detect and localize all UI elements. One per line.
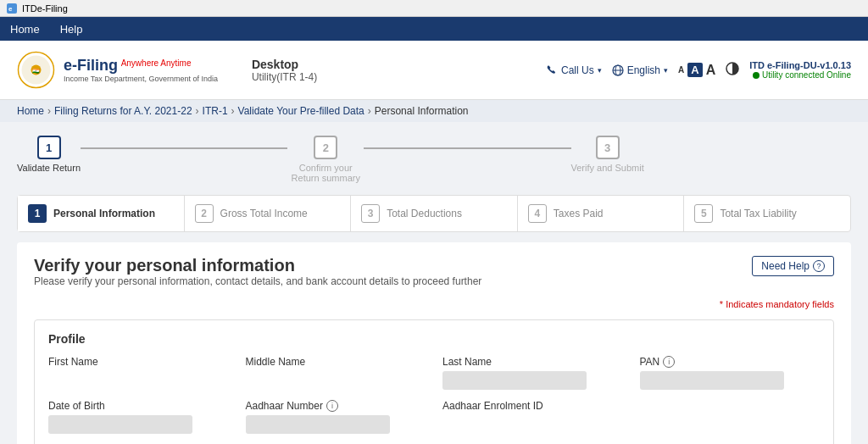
pan-label: PAN i [640, 356, 821, 368]
menu-home[interactable]: Home [7, 21, 43, 37]
first-name-field: First Name [48, 356, 229, 390]
need-help-button[interactable]: Need Help ? [752, 256, 834, 276]
breadcrumb-validate[interactable]: Validate Your Pre-filled Data [238, 105, 364, 117]
inner-step-label-1: Personal Information [53, 208, 155, 219]
inner-step-num-2: 2 [195, 204, 214, 223]
utility-title: Desktop [252, 58, 317, 71]
contrast-icon [726, 62, 739, 75]
last-name-field: Last Name [442, 356, 623, 390]
language-button[interactable]: English ▾ [612, 64, 668, 76]
inner-step-3[interactable]: 3 Total Deductions [351, 196, 518, 231]
logo-brand: e-Filing Anywhere Anytime [64, 57, 218, 75]
dob-value [48, 415, 192, 434]
outer-step-line-1 [81, 147, 287, 149]
aadhaar-value [246, 415, 390, 434]
font-medium-button[interactable]: A [687, 63, 702, 77]
header: 🇮🇳 e-Filing Anywhere Anytime Income Tax … [0, 41, 868, 100]
font-small-button[interactable]: A [678, 65, 684, 75]
inner-step-num-3: 3 [361, 204, 380, 223]
font-large-button[interactable]: A [706, 63, 716, 78]
aadhaar-info-icon[interactable]: i [326, 400, 338, 412]
desktop-utility: Desktop Utility(ITR 1-4) [252, 58, 317, 83]
outer-step-2: 2 Confirm your Return summary [287, 136, 364, 183]
profile-card: Profile First Name Middle Name Last Name [34, 319, 834, 444]
globe-icon [612, 64, 624, 76]
inner-step-4[interactable]: 4 Taxes Paid [518, 196, 685, 231]
inner-step-num-5: 5 [694, 204, 713, 223]
outer-step-label-1: Validate Return [17, 163, 81, 173]
outer-step-circle-3: 3 [596, 136, 620, 159]
status-area: ITD e-Filing-DU-v1.0.13 Utility connecte… [749, 60, 851, 80]
emblem-icon: 🇮🇳 [17, 51, 55, 89]
middle-name-field: Middle Name [246, 356, 426, 390]
profile-title: Profile [48, 332, 820, 346]
pan-value [640, 371, 784, 390]
menu-help[interactable]: Help [57, 21, 86, 37]
empty-field [640, 400, 821, 434]
page-header: Verify your personal information Please … [34, 256, 834, 292]
page-title: Verify your personal information [34, 256, 481, 275]
inner-step-5[interactable]: 5 Total Tax Liability [684, 196, 850, 231]
outer-steps: 1 Validate Return 2 Confirm your Return … [17, 136, 851, 183]
main-content: 1 Validate Return 2 Confirm your Return … [0, 122, 868, 444]
inner-step-num-4: 4 [528, 204, 547, 223]
outer-step-label-3: Verify and Submit [571, 163, 644, 173]
help-icon: ? [813, 260, 825, 272]
pan-info-icon[interactable]: i [663, 356, 675, 368]
breadcrumb-filing[interactable]: Filing Returns for A.Y. 2021-22 [54, 105, 192, 117]
aadhaar-field: Aadhaar Number i [246, 400, 426, 434]
middle-name-label: Middle Name [246, 356, 426, 368]
profile-row-1: First Name Middle Name Last Name PAN i [48, 356, 820, 390]
inner-step-label-2: Gross Total Income [220, 208, 308, 219]
title-bar: e ITDe-Filing [0, 0, 868, 17]
last-name-value [442, 371, 587, 390]
contrast-button[interactable] [726, 62, 739, 78]
page-desc: Please verify your personal information,… [34, 275, 481, 287]
utility-sub: Utility(ITR 1-4) [252, 71, 317, 83]
breadcrumb: Home › Filing Returns for A.Y. 2021-22 ›… [0, 100, 868, 122]
breadcrumb-current: Personal Information [375, 105, 469, 117]
breadcrumb-home[interactable]: Home [17, 105, 44, 117]
phone-icon [546, 64, 558, 76]
outer-step-circle-2: 2 [314, 136, 337, 159]
inner-step-label-3: Total Deductions [387, 208, 462, 219]
outer-step-line-2 [364, 147, 570, 149]
inner-step-2[interactable]: 2 Gross Total Income [185, 196, 352, 231]
mandatory-note: * Indicates mandatory fields [34, 299, 834, 309]
inner-steps: 1 Personal Information 2 Gross Total Inc… [17, 195, 851, 232]
inner-step-num-1: 1 [28, 204, 47, 223]
page-section: Verify your personal information Please … [17, 242, 851, 444]
lang-chevron: ▾ [664, 66, 668, 75]
call-us-button[interactable]: Call Us ▾ [546, 64, 602, 76]
logo-sub: Income Tax Department, Government of Ind… [64, 75, 218, 83]
call-chevron: ▾ [598, 66, 602, 75]
profile-row-2: Date of Birth Aadhaar Number i Aadhaar E… [48, 400, 820, 434]
outer-step-3: 3 Verify and Submit [571, 136, 644, 173]
outer-step-1: 1 Validate Return [17, 136, 81, 173]
outer-step-circle-1: 1 [37, 136, 61, 159]
middle-name-value [246, 371, 399, 390]
menu-bar: Home Help [0, 17, 868, 41]
online-indicator [753, 72, 760, 79]
dob-field: Date of Birth [48, 400, 229, 434]
header-right: Call Us ▾ English ▾ A A A ITD e-Filing-D… [546, 60, 851, 80]
pan-field: PAN i [640, 356, 821, 390]
font-size-controls: A A A [678, 63, 715, 78]
first-name-label: First Name [48, 356, 229, 368]
aadhaar-enrolment-value [442, 415, 596, 434]
app-icon: e [7, 3, 17, 14]
logo-text: e-Filing Anywhere Anytime Income Tax Dep… [64, 57, 218, 83]
aadhaar-label: Aadhaar Number i [246, 400, 426, 412]
dob-label: Date of Birth [48, 400, 229, 412]
first-name-value [48, 371, 202, 390]
svg-text:🇮🇳: 🇮🇳 [32, 67, 40, 75]
svg-text:e: e [8, 5, 13, 13]
inner-step-label-5: Total Tax Liability [720, 208, 797, 219]
inner-step-label-4: Taxes Paid [554, 208, 604, 219]
inner-step-1[interactable]: 1 Personal Information [18, 196, 185, 231]
aadhaar-enrolment-label: Aadhaar Enrolment ID [442, 400, 623, 412]
breadcrumb-itr1[interactable]: ITR-1 [203, 105, 228, 117]
last-name-label: Last Name [442, 356, 623, 368]
aadhaar-enrolment-field: Aadhaar Enrolment ID [442, 400, 623, 434]
title-bar-text: ITDe-Filing [22, 3, 68, 14]
